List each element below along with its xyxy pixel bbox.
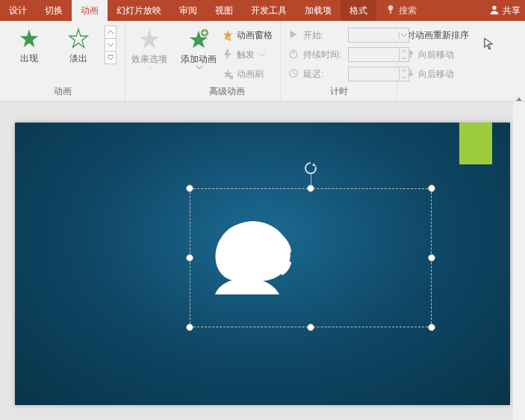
gallery-scroll-up[interactable]: [105, 25, 117, 39]
resize-handle-tm[interactable]: [307, 185, 314, 192]
animation-pane-icon: [222, 29, 234, 41]
chevron-down-icon: [196, 66, 202, 70]
animation-painter-label: 动画刷: [237, 68, 264, 81]
appear-icon: [17, 27, 41, 51]
share-label: 共享: [503, 4, 521, 17]
animation-gallery[interactable]: 出现 淡出: [4, 25, 117, 67]
tab-slideshow[interactable]: 幻灯片放映: [108, 0, 170, 21]
reorder-header: 对动画重新排序: [406, 27, 469, 43]
effect-options-label: 效果选项: [131, 54, 167, 64]
svg-marker-3: [140, 29, 159, 49]
duration-label: 持续时间:: [303, 49, 345, 61]
tab-addins[interactable]: 加载项: [296, 0, 341, 21]
group-advanced-animation: 添加动画 动画窗格 触发: [173, 21, 281, 101]
lightbulb-icon: [385, 4, 396, 17]
slide-accent-shape[interactable]: [459, 123, 492, 164]
start-combo: [348, 28, 409, 43]
animation-painter-icon: [222, 68, 234, 80]
svg-marker-6: [223, 30, 232, 40]
animation-painter-button: 动画刷: [222, 66, 273, 82]
resize-handle-ml[interactable]: [186, 254, 193, 262]
group-reorder: 对动画重新排序 向前移动 向后移动: [397, 21, 525, 101]
play-icon: [288, 29, 300, 41]
duration-combo: [348, 47, 409, 62]
tell-me-search[interactable]: 搜索: [376, 0, 426, 21]
gallery-scroll-down[interactable]: [105, 38, 117, 52]
start-label: 开始:: [303, 29, 345, 42]
svg-rect-8: [230, 75, 233, 79]
delay-label: 延迟:: [303, 68, 345, 81]
svg-marker-9: [291, 31, 297, 39]
rotate-handle[interactable]: [304, 161, 317, 175]
gallery-item-fade[interactable]: 淡出: [54, 25, 103, 67]
move-earlier-button: 向前移动: [406, 46, 469, 63]
slide-canvas-area[interactable]: [0, 102, 525, 420]
ribbon: 出现 淡出 动画: [0, 21, 525, 102]
gallery-more[interactable]: [105, 51, 117, 64]
delay-icon: [288, 68, 300, 80]
gallery-item-appear[interactable]: 出现: [4, 25, 54, 67]
animation-pane-label: 动画窗格: [237, 29, 273, 42]
trigger-label: 触发: [237, 49, 255, 61]
chevron-down-icon: [147, 66, 153, 70]
tab-devtools[interactable]: 开发工具: [242, 0, 296, 21]
tab-animation[interactable]: 动画: [72, 0, 108, 21]
delay-input: [349, 67, 399, 81]
move-later-button: 向后移动: [406, 66, 469, 82]
resize-handle-bl[interactable]: [186, 324, 193, 331]
tab-view[interactable]: 视图: [206, 0, 242, 21]
group-label-animation: 动画: [0, 84, 125, 101]
svg-marker-2: [69, 29, 87, 47]
resize-handle-tl[interactable]: [186, 185, 193, 192]
ribbon-tabs: 设计 切换 动画 幻灯片放映 审阅 视图 开发工具 加载项 格式 搜索 共享: [0, 0, 525, 21]
share-button[interactable]: 共享: [482, 0, 525, 21]
tab-format[interactable]: 格式: [341, 0, 376, 21]
animation-pane-button[interactable]: 动画窗格: [222, 27, 273, 43]
group-label-timing: 计时: [281, 84, 397, 101]
svg-marker-1: [20, 29, 38, 47]
move-earlier-label: 向前移动: [418, 49, 454, 61]
add-animation-label: 添加动画: [181, 54, 217, 64]
group-animation: 出现 淡出 动画: [0, 21, 125, 101]
resize-handle-br[interactable]: [428, 324, 435, 331]
tab-transition[interactable]: 切换: [36, 0, 72, 21]
selected-object[interactable]: [190, 188, 432, 327]
move-later-label: 向后移动: [418, 68, 454, 81]
search-label: 搜索: [399, 4, 417, 17]
effect-options-button: 效果选项: [130, 25, 169, 70]
gallery-caption: 淡出: [69, 52, 87, 65]
fade-icon: [66, 27, 90, 51]
resize-handle-tr[interactable]: [428, 185, 435, 192]
scroll-up-button[interactable]: [515, 94, 524, 103]
object-graphic: [211, 220, 300, 302]
duration-input: [349, 48, 399, 61]
tab-review[interactable]: 审阅: [170, 0, 206, 21]
group-timing: 开始: 持续时间: 延迟:: [281, 21, 397, 101]
group-effect-options: 效果选项: [125, 21, 173, 101]
trigger-icon: [222, 49, 234, 61]
gallery-caption: 出现: [20, 52, 38, 65]
resize-handle-mr[interactable]: [428, 254, 435, 262]
resize-handle-bm[interactable]: [307, 324, 314, 331]
duration-icon: [288, 49, 300, 61]
tab-design[interactable]: 设计: [0, 0, 36, 21]
group-label-advanced: 高级动画: [173, 84, 280, 101]
chevron-down-icon: [259, 53, 265, 57]
slide[interactable]: [15, 123, 510, 405]
trigger-button: 触发: [222, 46, 273, 63]
add-animation-icon: [186, 27, 211, 52]
delay-combo: [348, 67, 409, 81]
effect-options-icon: [137, 27, 162, 52]
add-animation-button[interactable]: 添加动画: [178, 25, 219, 70]
svg-point-0: [492, 5, 496, 9]
vertical-scrollbar[interactable]: [513, 102, 525, 420]
person-icon: [489, 4, 500, 17]
start-input: [349, 28, 399, 42]
